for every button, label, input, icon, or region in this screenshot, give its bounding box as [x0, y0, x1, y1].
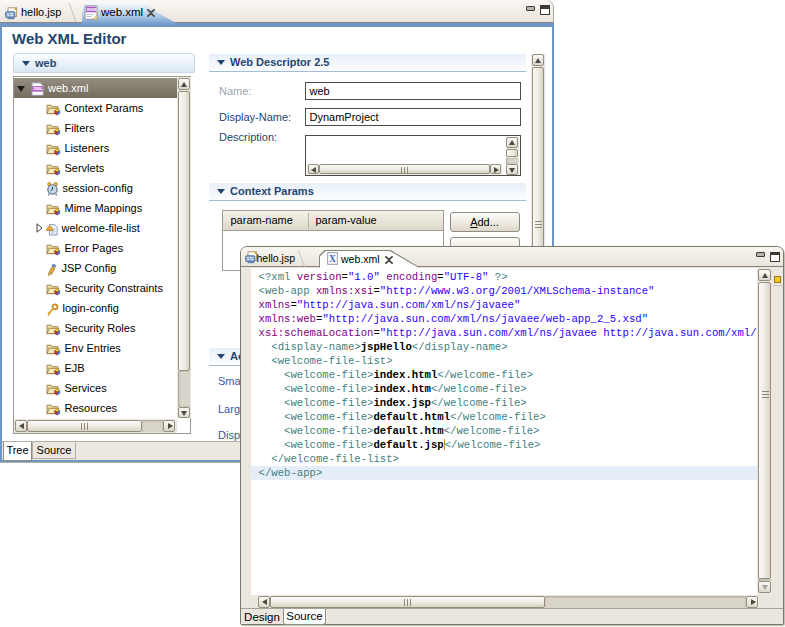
svg-text:WEB: WEB — [87, 7, 97, 12]
svg-text:XML: XML — [33, 86, 42, 91]
svg-text:X: X — [329, 254, 336, 264]
